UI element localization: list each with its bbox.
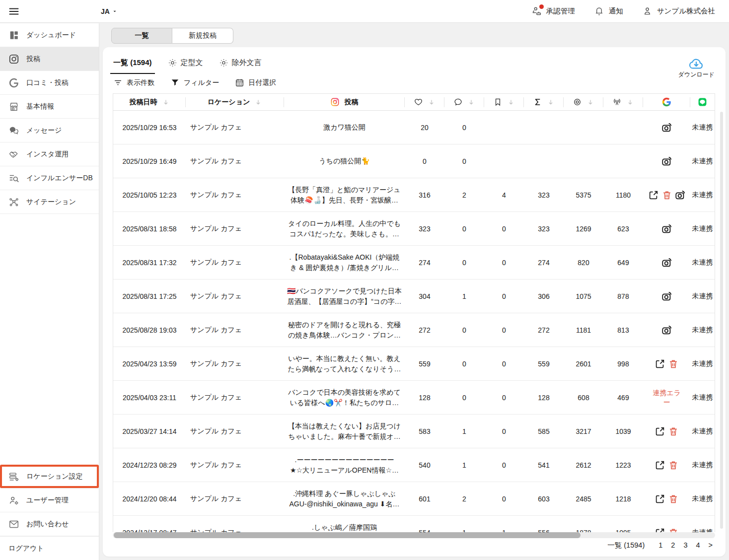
tab-new-post[interactable]: 新規投稿 [172,28,233,44]
delete-button[interactable] [668,527,679,533]
table-controls: 表示件数フィルター日付選択 [113,78,276,87]
column-header-datetime[interactable]: 投稿日時 [113,97,186,107]
language-selector[interactable]: JA [101,7,118,15]
cell-comments: 1 [444,529,484,533]
table-row[interactable]: 2025/04/23 13:59サンプル カフェいやー。本当に教えたく無い。教え… [113,347,715,381]
sidebar-item-citation[interactable]: サイテーション [0,190,99,214]
horizontal-scrollbar-thumb[interactable] [114,532,581,538]
table-row[interactable]: 2025/03/27 14:14サンプル カフェ【本当は教えたくない】お店見つけ… [113,415,715,448]
notifications-button[interactable]: 通知 [594,6,623,16]
table-row[interactable]: 2025/10/29 16:53サンプル カフェ激カワ猫公開200未連携 [113,111,715,144]
delete-button[interactable] [668,358,679,369]
download-label: ダウンロード [678,70,715,79]
sidebar-item-dashboard[interactable]: ダッシュボード [0,23,99,47]
vertical-scrollbar[interactable] [720,112,723,529]
cloud-download-icon [688,57,704,70]
cell-google [643,358,690,369]
cell-post: 秘密のドアを開けると現れる、究極の焼き鳥体験…バンコク・プロン… [284,320,405,341]
open-button[interactable] [648,190,659,201]
subtab-list[interactable]: 一覧 (1594) [113,56,152,70]
table-row[interactable]: 2024/12/20 08:44サンプル カフェ.沖縄料理 あぐー豚しゃぶしゃぶ… [113,482,715,516]
camera-button[interactable] [661,156,672,167]
page-3[interactable]: 3 [683,541,687,549]
next-page-button[interactable]: > [709,541,713,549]
camera-button[interactable] [675,190,686,201]
cell-google [643,291,690,302]
sidebar-item-contact[interactable]: お問い合わせ [0,512,99,536]
sidebar-item-insta-operation[interactable]: インスタ運用 [0,142,99,166]
table-row[interactable]: 2025/04/03 23:11サンプル カフェバンコクで日本の美容技術を求めて… [113,381,715,415]
cell-total: 585 [524,427,564,435]
person-icon [642,6,653,16]
open-button[interactable] [655,358,665,369]
open-button[interactable] [655,426,665,437]
sidebar-item-logout[interactable]: ログアウト [0,536,99,560]
table-row[interactable]: 2025/10/29 16:49サンプル カフェうちの猫公開🐈00未連携 [113,144,715,178]
delete-button[interactable] [668,493,679,504]
column-header-location[interactable]: ロケーション [186,97,284,107]
hamburger-menu-button[interactable] [8,5,20,17]
open-button[interactable] [655,527,665,533]
table-row[interactable]: 2025/10/05 12:23サンプル カフェ【長野「真澄」と鮨のマリアージュ… [113,178,715,212]
page-4[interactable]: 4 [696,541,700,549]
cell-total: 274 [524,259,564,267]
table-row[interactable]: 2025/08/31 17:25サンプル カフェ🇹🇭バンコクアソークで見つけた日… [113,280,715,313]
column-header-comments[interactable] [444,97,484,107]
sidebar-item-basic-info[interactable]: 基本情報 [0,95,99,119]
tab-list[interactable]: 一覧 [111,28,172,44]
sidebar-spacer [0,214,99,465]
cell-impressions: 5375 [564,191,603,199]
camera-button[interactable] [661,122,672,133]
download-button[interactable]: ダウンロード [678,57,715,79]
cell-impressions: 1181 [564,326,603,334]
control-filter[interactable]: フィルター [170,78,219,87]
sidebar-item-user-management[interactable]: ユーザー管理 [0,489,99,512]
broadcast-icon [612,97,622,107]
camera-button[interactable] [661,257,672,268]
control-date-select[interactable]: 日付選択 [235,78,276,87]
delete-button[interactable] [661,190,672,201]
column-header-saves[interactable] [484,97,524,107]
open-button[interactable] [655,460,665,471]
cell-line-status: 未連携 [690,528,715,533]
control-display-count[interactable]: 表示件数 [113,78,154,87]
table-row[interactable]: 2025/08/31 17:32サンプル カフェ.【Robatayaki&Sak… [113,246,715,280]
sidebar-item-location-settings[interactable]: ロケーション設定 [0,465,99,489]
subtab-label: 除外文言 [232,58,262,68]
sidebar-item-reviews-posts[interactable]: 口コミ・投稿 [0,71,99,95]
page-2[interactable]: 2 [671,541,675,549]
open-button[interactable] [655,493,665,504]
camera-button[interactable] [661,223,672,234]
sigma-icon [533,97,542,107]
table-body: 2025/10/29 16:53サンプル カフェ激カワ猫公開200未連携2025… [113,111,715,532]
column-header-reach[interactable] [603,97,643,107]
sidebar-item-label: 基本情報 [26,102,54,111]
camera-button[interactable] [661,291,672,302]
approval-label: 承認管理 [546,6,575,16]
table-row[interactable]: 2025/08/28 19:03サンプル カフェ秘密のドアを開けると現れる、究極… [113,313,715,347]
table-row[interactable]: 2025/08/31 18:58サンプル カフェタイのローカル料理。人生の中でも… [113,212,715,246]
google-g-icon [8,77,19,88]
approval-management-button[interactable]: 承認管理 [531,6,575,16]
sidebar-item-messages[interactable]: メッセージ [0,119,99,142]
sidebar-item-posts[interactable]: 投稿 [0,47,99,71]
delete-button[interactable] [668,426,679,437]
subtab-excluded-words[interactable]: 除外文言 [219,56,262,70]
column-header-likes[interactable] [405,97,444,107]
column-header-impressions[interactable] [564,97,603,107]
column-header-google [643,97,690,107]
line-icon [698,97,707,107]
subtab-label: 定型文 [181,58,203,68]
cell-datetime: 2025/10/05 12:23 [113,191,186,199]
subtab-templates[interactable]: 定型文 [168,56,203,70]
column-header-total[interactable] [524,97,564,107]
camera-button[interactable] [661,325,672,336]
table-row[interactable]: 2024/12/17 08:47サンプル カフェ.しゃぶ嶋／薩摩国鶏@shabu… [113,516,715,532]
table-row[interactable]: 2024/12/23 08:29サンプル カフェ.ーーーーーーーーーーーーーー★… [113,448,715,482]
page-1[interactable]: 1 [658,541,662,549]
delete-button[interactable] [668,460,679,471]
cell-google [643,527,690,533]
horizontal-scrollbar-track[interactable] [113,532,715,538]
account-menu-button[interactable]: サンプル株式会社 [642,6,715,16]
sidebar-item-influencer-db[interactable]: インフルエンサーDB [0,166,99,190]
